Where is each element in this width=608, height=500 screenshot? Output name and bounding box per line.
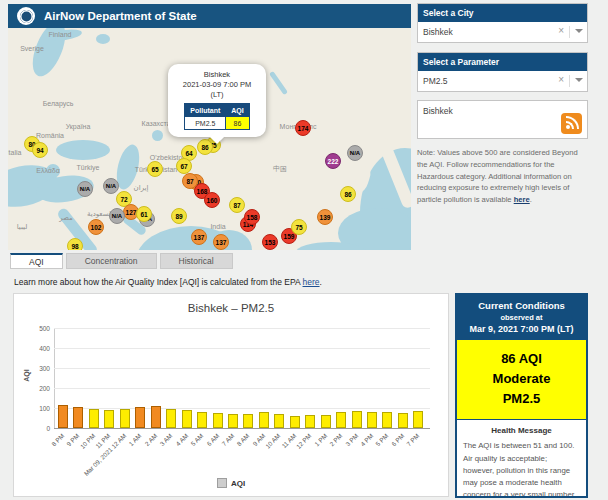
- tab-historical[interactable]: Historical: [160, 253, 233, 269]
- aqi-bar[interactable]: [213, 413, 223, 428]
- chart-gridline: [54, 328, 430, 329]
- city-clear-icon[interactable]: ×: [558, 26, 564, 36]
- map-country-label: مصر: [59, 214, 73, 222]
- aqi-map-marker[interactable]: 94: [32, 142, 48, 158]
- popup-pollutant-value: PM2.5: [185, 117, 226, 130]
- water-shape: [56, 140, 110, 160]
- aqi-map-marker[interactable]: 65: [147, 161, 163, 177]
- map-country-label: Türkiye: [77, 164, 100, 171]
- airnow-page: AirNow Department of State FinlandSverig…: [0, 0, 608, 500]
- aqi-map-marker[interactable]: N/A: [103, 178, 119, 194]
- aqi-bar[interactable]: [197, 412, 207, 428]
- health-message-title: Health Message: [463, 426, 580, 435]
- map[interactable]: FinlandSverigeБеларусьУкраїнаRomâniaItal…: [8, 28, 411, 250]
- current-conditions-panel: Current Conditions observed at Mar 9, 20…: [455, 293, 588, 498]
- aqi-map-marker[interactable]: 102: [88, 219, 104, 235]
- note-suffix: .: [530, 195, 532, 204]
- department-of-state-seal-icon: [17, 7, 35, 25]
- city-dropdown[interactable]: Bishkek ×: [418, 22, 587, 42]
- tab-aqi[interactable]: AQI: [10, 253, 63, 269]
- aqi-map-marker[interactable]: 61: [136, 206, 152, 222]
- water-shape: [269, 71, 288, 95]
- aqi-map-marker[interactable]: 158: [244, 209, 260, 225]
- popup-aqi-table: Pollutant AQI PM2.5 86: [184, 103, 249, 130]
- popup-city: Bishkek: [172, 70, 262, 80]
- aqi-bar[interactable]: [305, 415, 315, 428]
- water-shape: [96, 34, 110, 44]
- chart-y-tick-label: 300: [22, 365, 50, 372]
- city-dropdown-value: Bishkek: [423, 27, 453, 37]
- aqi-map-marker[interactable]: 67: [176, 158, 192, 174]
- aqi-bar[interactable]: [89, 409, 99, 428]
- map-country-label: Беларусь: [43, 100, 74, 107]
- select-city-header: Select a City: [418, 4, 587, 22]
- map-country-label: Italia: [8, 149, 21, 156]
- aqi-bar[interactable]: [321, 415, 331, 428]
- aqi-map-marker[interactable]: 98: [67, 238, 83, 250]
- map-country-label: إيران: [134, 184, 149, 192]
- legend-label: AQI: [231, 479, 245, 488]
- aqi-bar[interactable]: [58, 405, 68, 428]
- aqi-map-marker[interactable]: 139: [317, 209, 333, 225]
- chart-gridline: [54, 348, 430, 349]
- aqi-bar[interactable]: [120, 409, 130, 428]
- aqi-map-marker[interactable]: 89: [171, 208, 187, 224]
- aqi-bar[interactable]: [182, 410, 192, 428]
- aqi-bar[interactable]: [382, 412, 392, 428]
- aqi-bar[interactable]: [367, 412, 377, 428]
- chart-y-tick-label: 200: [22, 385, 50, 392]
- aqi-bar[interactable]: [135, 407, 145, 428]
- learn-more-suffix: .: [320, 277, 322, 287]
- note-text: Note: Values above 500 are considered Be…: [417, 147, 590, 206]
- map-country-label: Finland: [49, 31, 72, 38]
- rss-icon[interactable]: [561, 113, 582, 134]
- chart-y-tick-label: 100: [22, 405, 50, 412]
- aqi-bar[interactable]: [151, 406, 161, 428]
- aqi-map-marker[interactable]: 174: [295, 120, 311, 136]
- popup-aqi-header: AQI: [226, 104, 249, 117]
- select-city-card: Select a City Bishkek ×: [417, 3, 588, 43]
- learn-more-here-link[interactable]: here: [303, 277, 320, 287]
- chart-legend[interactable]: AQI: [14, 478, 448, 488]
- aqi-map-marker[interactable]: 222: [325, 153, 341, 169]
- aqi-map-marker[interactable]: 137: [213, 234, 229, 250]
- aqi-map-marker[interactable]: 75: [291, 219, 307, 235]
- aqi-bar[interactable]: [336, 412, 346, 428]
- aqi-map-marker[interactable]: 86: [340, 186, 356, 202]
- aqi-value-block: 86 AQI Moderate PM2.5: [457, 340, 586, 420]
- city-chevron-down-icon[interactable]: [575, 29, 583, 33]
- aqi-map-marker[interactable]: 87: [229, 197, 245, 213]
- aqi-bar[interactable]: [73, 407, 83, 428]
- current-conditions-header: Current Conditions observed at Mar 9, 20…: [457, 295, 586, 340]
- aqi-bar[interactable]: [228, 414, 238, 428]
- learn-more-body: Learn more about how the Air Quality Ind…: [14, 277, 303, 287]
- map-country-label: India: [210, 223, 225, 230]
- aqi-bar[interactable]: [398, 413, 408, 428]
- aqi-map-marker[interactable]: 86: [197, 139, 213, 155]
- chart-title: Bishkek – PM2.5: [14, 302, 448, 314]
- note-here-link[interactable]: here: [514, 195, 530, 204]
- aqi-map-marker[interactable]: N/A: [109, 208, 125, 224]
- observed-at-label: observed at: [459, 313, 584, 322]
- parameter-chevron-down-icon[interactable]: [575, 78, 583, 82]
- parameter-clear-icon[interactable]: ×: [558, 75, 564, 85]
- parameter-dropdown[interactable]: PM2.5 ×: [418, 71, 587, 91]
- aqi-bar[interactable]: [274, 414, 284, 428]
- aqi-bar[interactable]: [259, 412, 269, 428]
- select-parameter-header: Select a Parameter: [418, 53, 587, 71]
- aqi-bar[interactable]: [352, 411, 362, 428]
- aqi-map-marker[interactable]: 160: [204, 192, 220, 208]
- tab-concentration[interactable]: Concentration: [66, 253, 157, 269]
- aqi-map-marker[interactable]: 137: [191, 229, 207, 245]
- popup-pollutant-header: Pollutant: [185, 104, 226, 117]
- aqi-map-marker[interactable]: N/A: [77, 181, 93, 197]
- chart-y-tick-label: 400: [22, 345, 50, 352]
- aqi-bar[interactable]: [413, 411, 423, 428]
- aqi-map-marker[interactable]: 153: [262, 234, 278, 250]
- aqi-bar[interactable]: [243, 414, 253, 428]
- aqi-map-marker[interactable]: N/A: [347, 145, 363, 161]
- aqi-bar[interactable]: [166, 409, 176, 428]
- aqi-bar[interactable]: [104, 410, 114, 428]
- aqi-bar[interactable]: [290, 416, 300, 428]
- chart-y-axis-line: [54, 328, 55, 428]
